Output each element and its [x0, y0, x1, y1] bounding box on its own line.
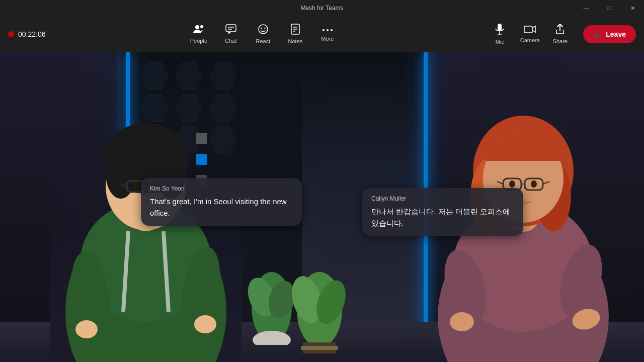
notes-button[interactable]: Notes: [280, 19, 310, 49]
more-icon: [322, 27, 333, 34]
react-icon: [258, 24, 269, 36]
people-icon: [193, 24, 205, 36]
notes-label: Notes: [288, 38, 303, 44]
svg-point-55: [450, 312, 474, 331]
more-label: More: [321, 36, 334, 42]
svg-rect-65: [301, 346, 338, 350]
toolbar: 00:22:06 People: [0, 16, 644, 52]
leave-phone-icon: 📞: [593, 30, 602, 38]
maximize-button[interactable]: □: [598, 0, 621, 16]
close-button[interactable]: ✕: [621, 0, 644, 16]
chat-label: Chat: [225, 38, 236, 44]
camera-icon: [524, 25, 536, 35]
mic-icon: [495, 23, 504, 37]
bubble-left-text: That's great, I'm in Seoul visiting the …: [150, 196, 293, 219]
title-bar-title: Mesh for Teams: [300, 5, 343, 12]
title-bar: Mesh for Teams — □ ✕: [0, 0, 644, 16]
share-button[interactable]: Share: [545, 19, 575, 49]
speech-bubble-cailyn: Cailyn Muller 만나서 반갑습니다. 저는 더블린 오피스에 있습니…: [362, 188, 523, 236]
svg-point-38: [194, 315, 216, 333]
svg-point-33: [132, 183, 138, 190]
mic-button[interactable]: Mic: [485, 19, 515, 49]
chat-button[interactable]: Chat: [216, 19, 246, 49]
call-timer: 00:22:06: [8, 30, 46, 38]
svg-rect-15: [498, 24, 502, 31]
people-label: People: [190, 38, 207, 44]
camera-button[interactable]: Camera: [515, 19, 545, 49]
bubble-right-speaker: Cailyn Muller: [371, 195, 514, 202]
notes-icon: [290, 24, 300, 36]
svg-point-1: [200, 25, 203, 28]
svg-rect-2: [226, 25, 236, 32]
timer-display: 00:22:06: [18, 30, 46, 38]
toolbar-actions: People Chat Re: [184, 19, 343, 49]
scene: Kim So Yeon That's great, I'm in Seoul v…: [0, 52, 644, 362]
svg-point-37: [75, 320, 98, 338]
plant-left: [247, 269, 297, 347]
react-button[interactable]: React: [248, 19, 278, 49]
svg-point-6: [261, 28, 262, 29]
more-button[interactable]: More: [312, 19, 343, 49]
camera-label: Camera: [520, 37, 540, 43]
leave-label: Leave: [606, 30, 626, 38]
plant-right: [292, 269, 347, 357]
share-icon: [555, 24, 565, 36]
svg-rect-18: [524, 26, 532, 33]
share-label: Share: [553, 38, 568, 44]
people-button[interactable]: People: [184, 19, 214, 49]
chat-icon: [225, 24, 236, 36]
speech-bubble-kim: Kim So Yeon That's great, I'm in Seoul v…: [141, 178, 302, 226]
svg-point-5: [259, 25, 268, 34]
svg-point-26: [106, 148, 136, 199]
window-controls: — □ ✕: [575, 0, 644, 16]
mic-label: Mic: [496, 39, 504, 45]
record-indicator: [8, 31, 14, 37]
svg-point-14: [331, 29, 333, 31]
svg-point-52: [531, 180, 537, 188]
svg-point-13: [327, 29, 329, 31]
leave-button[interactable]: 📞 Leave: [583, 25, 636, 43]
svg-point-51: [509, 180, 515, 188]
svg-point-0: [195, 25, 199, 29]
minimize-button[interactable]: —: [575, 0, 598, 16]
bubble-left-speaker: Kim So Yeon: [150, 185, 293, 192]
react-label: React: [256, 38, 271, 44]
svg-point-12: [323, 29, 325, 31]
svg-point-7: [264, 28, 265, 29]
bubble-right-text: 만나서 반갑습니다. 저는 더블린 오피스에 있습니다.: [371, 206, 514, 229]
